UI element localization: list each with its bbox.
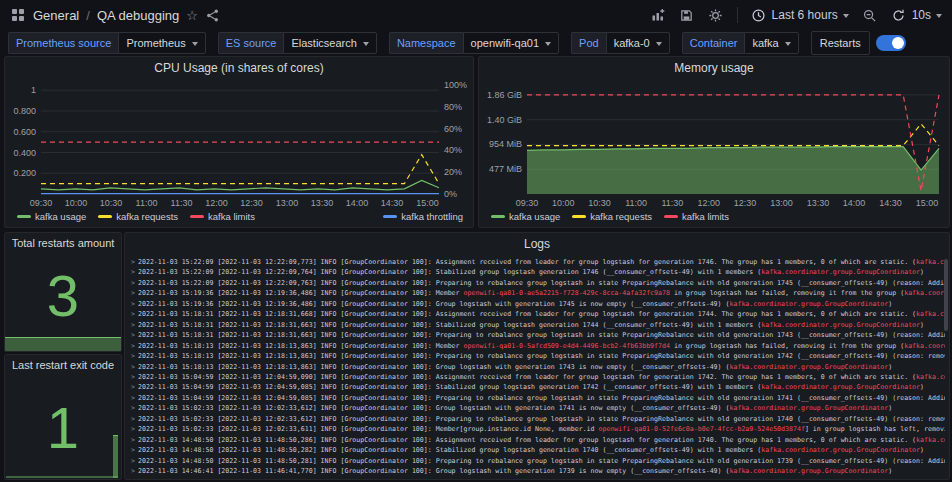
- svg-text:1: 1: [31, 85, 36, 95]
- cpu-chart-legend: kafka usagekafka requestskafka limitskaf…: [5, 208, 473, 227]
- share-icon[interactable]: [205, 7, 221, 23]
- log-expand-icon[interactable]: >: [131, 300, 135, 308]
- chevron-down-icon: [936, 14, 942, 18]
- log-expand-icon[interactable]: >: [131, 457, 135, 465]
- legend-item-kafka-usage[interactable]: kafka usage: [17, 211, 86, 222]
- legend-item-kafka-limits[interactable]: kafka limits: [190, 211, 255, 222]
- log-line[interactable]: >2022-11-03 15:22:09 [2022-11-03 12:22:0…: [131, 257, 945, 267]
- save-dashboard-icon[interactable]: [679, 7, 695, 23]
- log-expand-icon[interactable]: >: [131, 352, 135, 360]
- variable-value-select[interactable]: kafka: [744, 32, 798, 54]
- panel-title[interactable]: Last restart exit code: [5, 355, 121, 375]
- log-line[interactable]: >2022-11-03 14:46:41 [2022-11-03 11:46:4…: [131, 466, 945, 476]
- variable-value-select[interactable]: openwifi-qa01: [463, 32, 560, 54]
- breadcrumb-folder[interactable]: General: [33, 8, 79, 23]
- log-expand-icon[interactable]: >: [131, 446, 135, 454]
- log-expand-icon[interactable]: >: [131, 383, 135, 391]
- svg-text:11:30: 11:30: [171, 198, 193, 208]
- chevron-down-icon: [785, 42, 791, 46]
- panel-total-restarts: Total restarts amount 3: [4, 232, 122, 352]
- logs-list: >2022-11-03 15:22:09 [2022-11-03 12:22:0…: [125, 255, 949, 479]
- log-expand-icon[interactable]: >: [131, 363, 135, 371]
- add-panel-icon[interactable]: [650, 7, 666, 23]
- log-expand-icon[interactable]: >: [131, 289, 135, 297]
- log-line[interactable]: >2022-11-03 15:02:33 [2022-11-03 12:02:3…: [131, 403, 945, 413]
- log-line[interactable]: >2022-11-03 14:48:50 [2022-11-03 11:48:5…: [131, 435, 945, 445]
- legend-item-kafka-limits[interactable]: kafka limits: [664, 211, 729, 222]
- log-line[interactable]: >2022-11-03 14:48:50 [2022-11-03 11:48:5…: [131, 445, 945, 455]
- restarts-label: Restarts: [811, 31, 870, 55]
- clock-icon: [751, 7, 767, 23]
- legend-series-label: kafka usage: [509, 211, 560, 222]
- dashboard-variables-row: Prometheus source Prometheus ES source E…: [0, 30, 952, 56]
- log-line[interactable]: >2022-11-03 15:02:33 [2022-11-03 12:02:3…: [131, 414, 945, 424]
- log-expand-icon[interactable]: >: [131, 436, 135, 444]
- time-range-picker[interactable]: Last 6 hours: [751, 7, 849, 23]
- legend-item-kafka-throttling[interactable]: kafka throttling: [383, 211, 463, 222]
- svg-text:0.200: 0.200: [13, 168, 36, 178]
- log-expand-icon[interactable]: >: [131, 415, 135, 423]
- log-line[interactable]: >2022-11-03 15:04:59 [2022-11-03 12:04:5…: [131, 382, 945, 392]
- cpu-usage-chart[interactable]: 0.2000.4000.6000.80010%20%40%60%80%100%0…: [5, 79, 473, 208]
- svg-text:15:00: 15:00: [916, 198, 939, 208]
- log-line[interactable]: >2022-11-03 15:18:31 [2022-11-03 12:18:3…: [131, 309, 945, 319]
- variable-label: Namespace: [389, 32, 463, 54]
- legend-item-kafka-requests[interactable]: kafka requests: [572, 211, 652, 222]
- nav-right-toolbar: Last 6 hours 10s: [650, 7, 942, 23]
- panel-title[interactable]: Logs: [125, 233, 949, 255]
- breadcrumb-dashboard-title[interactable]: QA debugging: [97, 8, 179, 23]
- svg-text:20%: 20%: [444, 167, 462, 177]
- legend-item-kafka-requests[interactable]: kafka requests: [98, 211, 178, 222]
- log-expand-icon[interactable]: >: [131, 268, 135, 276]
- log-line[interactable]: >2022-11-03 15:19:36 [2022-11-03 12:19:3…: [131, 288, 945, 298]
- log-expand-icon[interactable]: >: [131, 310, 135, 318]
- log-expand-icon[interactable]: >: [131, 279, 135, 287]
- log-line[interactable]: >2022-11-03 15:02:33 [2022-11-03 12:02:3…: [131, 424, 945, 434]
- refresh-controls: 10s: [891, 7, 942, 23]
- log-line[interactable]: >2022-11-03 15:22:09 [2022-11-03 12:22:0…: [131, 278, 945, 288]
- legend-series-label: kafka requests: [590, 211, 652, 222]
- log-expand-icon[interactable]: >: [131, 331, 135, 339]
- apps-grid-icon[interactable]: [10, 7, 26, 23]
- svg-text:10:00: 10:00: [65, 198, 88, 208]
- star-icon[interactable]: ☆: [186, 8, 198, 23]
- variable-value-select[interactable]: Prometheus: [118, 32, 205, 54]
- panel-title[interactable]: Total restarts amount: [5, 233, 121, 253]
- log-expand-icon[interactable]: >: [131, 467, 135, 475]
- refresh-icon[interactable]: [891, 7, 907, 23]
- dashboard-settings-gear-icon[interactable]: [708, 7, 724, 23]
- total-restarts-value: 3: [5, 253, 121, 337]
- log-line[interactable]: >2022-11-03 15:18:13 [2022-11-03 12:18:1…: [131, 351, 945, 361]
- log-expand-icon[interactable]: >: [131, 373, 135, 381]
- legend-item-kafka-usage[interactable]: kafka usage: [491, 211, 560, 222]
- variable-value-select[interactable]: kafka-0: [606, 32, 670, 54]
- svg-text:1.40 GiB: 1.40 GiB: [487, 115, 522, 125]
- svg-text:1.86 GiB: 1.86 GiB: [487, 90, 522, 100]
- logs-scrollbar-thumb[interactable]: [944, 259, 948, 331]
- log-expand-icon[interactable]: >: [131, 394, 135, 402]
- log-line[interactable]: >2022-11-03 15:18:13 [2022-11-03 12:18:1…: [131, 341, 945, 351]
- log-expand-icon[interactable]: >: [131, 342, 135, 350]
- log-expand-icon[interactable]: >: [131, 321, 135, 329]
- variable-value-select[interactable]: Elasticsearch: [283, 32, 376, 54]
- log-line[interactable]: >2022-11-03 15:18:31 [2022-11-03 12:18:3…: [131, 330, 945, 340]
- log-line[interactable]: >2022-11-03 15:19:36 [2022-11-03 12:19:3…: [131, 299, 945, 309]
- panel-title[interactable]: Memory usage: [479, 57, 949, 79]
- log-line[interactable]: >2022-11-03 15:22:09 [2022-11-03 12:22:0…: [131, 267, 945, 277]
- restarts-toggle[interactable]: [876, 35, 906, 51]
- log-line[interactable]: >2022-11-03 15:18:31 [2022-11-03 12:18:3…: [131, 320, 945, 330]
- memory-usage-chart[interactable]: 477 MiB954 MiB1.40 GiB1.86 GiB09:3010:00…: [479, 79, 949, 208]
- log-expand-icon[interactable]: >: [131, 425, 135, 433]
- log-line[interactable]: >2022-11-03 14:48:50 [2022-11-03 11:48:5…: [131, 456, 945, 466]
- time-range-label: Last 6 hours: [772, 8, 838, 22]
- log-line[interactable]: >2022-11-03 15:18:13 [2022-11-03 12:18:1…: [131, 362, 945, 372]
- log-expand-icon[interactable]: >: [131, 258, 135, 266]
- log-line[interactable]: >2022-11-03 15:04:59 [2022-11-03 12:04:5…: [131, 372, 945, 382]
- exit-code-sparkline-baseline: [6, 476, 118, 478]
- log-line[interactable]: >2022-11-03 15:04:59 [2022-11-03 12:04:5…: [131, 393, 945, 403]
- variable-label: ES source: [218, 32, 284, 54]
- panel-title[interactable]: CPU Usage (in shares of cores): [5, 57, 473, 79]
- refresh-interval-select[interactable]: 10s: [912, 8, 931, 22]
- zoom-out-icon[interactable]: [862, 7, 878, 23]
- log-expand-icon[interactable]: >: [131, 404, 135, 412]
